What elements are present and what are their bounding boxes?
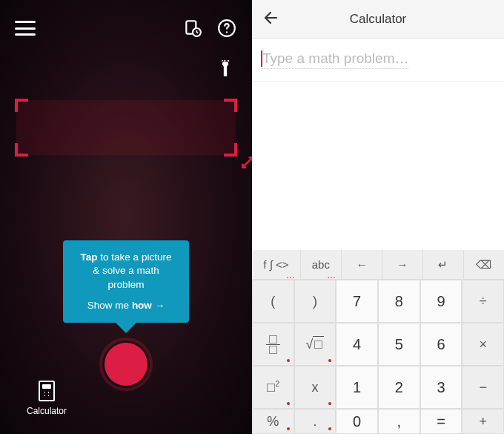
- mode-row: f ∫ <> abc ← → ↵ ⌫: [252, 250, 504, 280]
- digit-0-key[interactable]: 0: [336, 409, 378, 434]
- calculator-label: Calculator: [27, 406, 67, 416]
- mode-abc-key[interactable]: abc: [301, 250, 342, 279]
- variable-x-key[interactable]: x: [294, 366, 336, 409]
- menu-icon[interactable]: [15, 21, 36, 36]
- cursor-right-key[interactable]: →: [382, 250, 423, 279]
- digit-7-key[interactable]: 7: [336, 280, 378, 323]
- tooltip-arrow: →: [152, 300, 165, 311]
- top-bar: [0, 0, 252, 42]
- history-icon[interactable]: [182, 18, 203, 39]
- equals-key[interactable]: =: [420, 409, 462, 434]
- resize-handle-icon[interactable]: [240, 155, 252, 174]
- digit-9-key[interactable]: 9: [420, 280, 462, 323]
- digit-5-key[interactable]: 5: [378, 323, 420, 366]
- work-area: [252, 82, 504, 250]
- calculator-shortcut[interactable]: Calculator: [27, 381, 67, 416]
- rparen-key[interactable]: ): [294, 280, 336, 323]
- enter-key[interactable]: ↵: [423, 250, 464, 279]
- tooltip-text: to take a picture & solve a math problem: [93, 251, 171, 289]
- divide-key[interactable]: ÷: [462, 280, 504, 323]
- cursor-left-key[interactable]: ←: [342, 250, 382, 279]
- camera-screen: Tap to take a picture & solve a math pro…: [0, 0, 252, 434]
- percent-key[interactable]: %: [252, 409, 294, 434]
- multiply-key[interactable]: ×: [462, 323, 504, 366]
- digit-6-key[interactable]: 6: [420, 323, 462, 366]
- mode-functions-key[interactable]: f ∫ <>: [252, 250, 301, 279]
- digit-4-key[interactable]: 4: [336, 323, 378, 366]
- input-area[interactable]: Type a math problem…: [252, 39, 504, 82]
- tooltip-how-word: how: [132, 300, 152, 311]
- help-icon[interactable]: [216, 18, 237, 39]
- lparen-key[interactable]: (: [252, 280, 294, 323]
- digit-1-key[interactable]: 1: [336, 366, 378, 409]
- digit-8-key[interactable]: 8: [378, 280, 420, 323]
- comma-key[interactable]: ,: [378, 409, 420, 434]
- digit-3-key[interactable]: 3: [420, 366, 462, 409]
- calculator-header: Calculator: [252, 0, 504, 39]
- plus-key[interactable]: +: [462, 409, 504, 434]
- dot-key[interactable]: .: [294, 409, 336, 434]
- scan-frame[interactable]: [16, 100, 236, 155]
- hint-tooltip[interactable]: Tap to take a picture & solve a math pro…: [63, 240, 189, 323]
- keyboard: f ∫ <> abc ← → ↵ ⌫ ( ) 7 8 9 ÷ √ 4 5: [252, 250, 504, 434]
- shutter-button[interactable]: [99, 338, 153, 391]
- power-key[interactable]: 2: [252, 366, 294, 409]
- tooltip-tap-word: Tap: [81, 251, 98, 263]
- math-input[interactable]: Type a math problem…: [262, 50, 408, 69]
- calculator-icon: [39, 381, 55, 401]
- flashlight-icon[interactable]: [215, 59, 236, 80]
- tooltip-show-prefix: Show me: [87, 300, 132, 311]
- page-title: Calculator: [252, 12, 504, 27]
- digit-2-key[interactable]: 2: [378, 366, 420, 409]
- backspace-key[interactable]: ⌫: [464, 250, 504, 279]
- sqrt-key[interactable]: √: [294, 323, 336, 366]
- svg-point-3: [226, 31, 228, 33]
- calculator-screen: Calculator Type a math problem… f ∫ <> a…: [252, 0, 504, 434]
- fraction-key[interactable]: [252, 323, 294, 366]
- minus-key[interactable]: −: [462, 366, 504, 409]
- back-icon[interactable]: [262, 9, 280, 30]
